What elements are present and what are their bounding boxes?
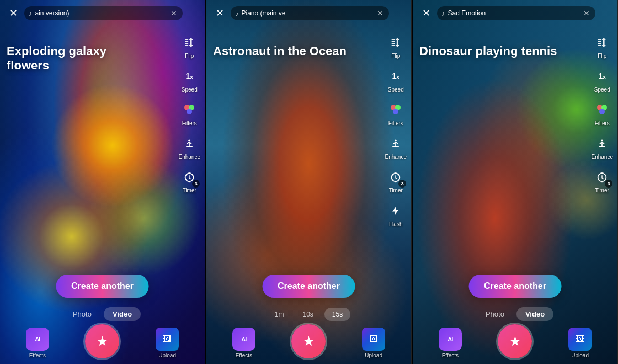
music-close-1[interactable]: ✕ — [171, 9, 177, 18]
music-note-icon-2: ♪ — [235, 9, 239, 18]
timer-label-1: Timer — [183, 188, 196, 194]
upload-item-1[interactable]: 🖼 Upload — [156, 328, 179, 358]
flip-tool-1[interactable]: Flip — [180, 33, 199, 59]
timer-tool-3[interactable]: 3 Timer — [593, 168, 611, 194]
flash-tool-2[interactable]: Flash — [386, 201, 405, 227]
top-bar-2: ✕ ♪ Piano (main ve ✕ — [206, 0, 411, 25]
panel-galaxy-flowers: ✕ ♪ ain version) ✕ Exploding galaxy flow… — [0, 0, 205, 364]
photo-mode-1[interactable]: Photo — [64, 307, 100, 321]
flash-label-2: Flash — [389, 221, 402, 227]
upload-item-3[interactable]: 🖼 Upload — [568, 328, 592, 358]
enhance-tool-2[interactable]: Enhance — [385, 134, 407, 160]
filters-label-1: Filters — [182, 120, 197, 126]
timer-label-3: Timer — [595, 188, 609, 194]
timer-icon-3: 3 — [593, 168, 611, 186]
top-bar-3: ✕ ♪ Sad Emotion ✕ — [413, 0, 617, 25]
timer-icon-2: 3 — [386, 168, 405, 186]
video-mode-3[interactable]: Video — [516, 307, 553, 321]
photo-mode-3[interactable]: Photo — [477, 307, 513, 321]
enhance-label-2: Enhance — [385, 154, 407, 160]
close-button-1[interactable]: ✕ — [6, 6, 21, 21]
effects-item-1[interactable]: AI Effects — [26, 328, 49, 358]
panel-title-1: Exploding galaxy flowers — [7, 44, 174, 73]
timer-tool-1[interactable]: 3 Timer — [180, 168, 199, 194]
enhance-icon-1 — [180, 134, 199, 153]
create-another-button-2[interactable]: Create another — [262, 275, 355, 298]
capture-item-2[interactable] — [291, 324, 326, 358]
right-toolbar-3: Flip 1x Speed Filters — [592, 33, 613, 194]
capture-button-1[interactable] — [85, 324, 119, 358]
speed-label-2: Speed — [388, 87, 404, 93]
timer-icon-1: 3 — [180, 168, 199, 186]
svg-point-2 — [187, 109, 192, 114]
speed-tool-1[interactable]: 1x Speed — [180, 67, 199, 93]
speed-icon-2: 1x — [386, 67, 405, 85]
video-mode-1[interactable]: Video — [104, 307, 141, 321]
effects-label-3: Effects — [442, 352, 459, 358]
close-button-3[interactable]: ✕ — [418, 6, 434, 21]
speed-tool-2[interactable]: 1x Speed — [386, 67, 405, 93]
upload-preview-2: 🖼 — [362, 328, 385, 351]
upload-label-2: Upload — [365, 352, 382, 358]
filters-tool-3[interactable]: Filters — [593, 100, 611, 126]
mode-selector-1: Photo Video — [0, 307, 205, 321]
flip-icon-2 — [386, 33, 405, 52]
time-chips-2: 1m 10s 15s — [206, 308, 411, 321]
time-10s-2[interactable]: 10s — [295, 308, 321, 321]
capture-star-icon-3 — [509, 336, 520, 347]
capture-item-1[interactable] — [85, 324, 119, 358]
capture-button-3[interactable] — [498, 324, 532, 358]
effects-label-1: Effects — [29, 352, 46, 358]
speed-tool-3[interactable]: 1x Speed — [593, 67, 611, 93]
music-pill-2[interactable]: ♪ Piano (main ve ✕ — [231, 6, 389, 20]
effects-item-3[interactable]: AI Effects — [439, 328, 462, 358]
capture-star-icon-2 — [303, 336, 314, 347]
bottom-toolbar-1: AI Effects 🖼 Upload — [0, 324, 205, 358]
music-title-2: Piano (main ve — [242, 9, 375, 17]
music-pill-1[interactable]: ♪ ain version) ✕ — [24, 6, 183, 20]
time-15s-2[interactable]: 15s — [324, 308, 350, 321]
time-1m-2[interactable]: 1m — [267, 308, 292, 321]
effects-icon-3: AI — [439, 328, 462, 351]
filters-label-2: Filters — [388, 120, 403, 126]
bottom-toolbar-3: AI Effects 🖼 Upload — [413, 324, 617, 358]
mode-selector-3: Photo Video — [413, 307, 617, 321]
effects-label-2: Effects — [236, 352, 252, 358]
upload-item-2[interactable]: 🖼 Upload — [362, 328, 385, 358]
close-button-2[interactable]: ✕ — [212, 6, 227, 21]
music-pill-3[interactable]: ♪ Sad Emotion ✕ — [437, 6, 595, 20]
music-title-3: Sad Emotion — [448, 9, 581, 17]
flip-tool-3[interactable]: Flip — [593, 33, 611, 59]
speed-label-1: Speed — [182, 87, 198, 93]
filters-icon-1 — [180, 100, 199, 119]
capture-item-3[interactable] — [498, 324, 532, 358]
enhance-tool-1[interactable]: Enhance — [179, 134, 200, 160]
enhance-tool-3[interactable]: Enhance — [592, 134, 613, 160]
flip-label-3: Flip — [598, 53, 606, 59]
svg-point-3 — [189, 140, 190, 141]
speed-icon-1: 1x — [180, 67, 199, 85]
create-btn-wrap-2: Create another — [262, 275, 355, 298]
music-note-icon-3: ♪ — [441, 9, 445, 18]
panel-title-2: Astronaut in the Ocean — [213, 44, 381, 58]
filters-tool-1[interactable]: Filters — [180, 100, 199, 126]
filters-label-3: Filters — [595, 120, 610, 126]
flip-tool-2[interactable]: Flip — [386, 33, 405, 59]
svg-point-7 — [393, 109, 398, 114]
create-another-button-1[interactable]: Create another — [56, 275, 149, 298]
filters-icon-3 — [593, 100, 611, 119]
music-close-3[interactable]: ✕ — [583, 9, 590, 18]
svg-point-8 — [395, 140, 397, 141]
filters-icon-2 — [386, 100, 405, 119]
music-close-2[interactable]: ✕ — [377, 9, 383, 18]
create-another-button-3[interactable]: Create another — [468, 275, 562, 298]
bottom-toolbar-2: AI Effects 🖼 Upload — [206, 324, 411, 358]
capture-button-2[interactable] — [291, 324, 326, 358]
top-bar-1: ✕ ♪ ain version) ✕ — [0, 0, 205, 25]
filters-tool-2[interactable]: Filters — [386, 100, 405, 126]
timer-tool-2[interactable]: 3 Timer — [386, 168, 405, 194]
svg-point-13 — [601, 140, 603, 141]
effects-item-2[interactable]: AI Effects — [232, 328, 255, 358]
right-toolbar-2: Flip 1x Speed Filters — [385, 33, 407, 227]
flip-icon-1 — [180, 33, 199, 52]
